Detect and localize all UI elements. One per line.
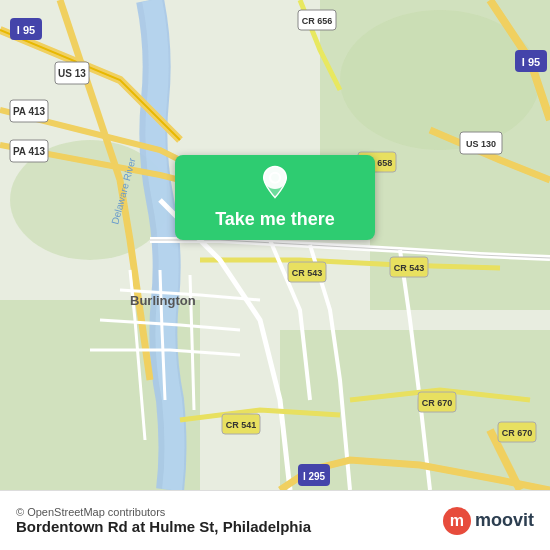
moovit-m-icon: m <box>443 507 471 535</box>
moovit-brand-text: moovit <box>475 510 534 531</box>
svg-text:CR 543: CR 543 <box>292 268 323 278</box>
svg-text:US 13: US 13 <box>58 68 86 79</box>
map-container: I 95 US 13 PA 413 PA 413 CR 656 I 95 US … <box>0 0 550 490</box>
svg-text:CR 541: CR 541 <box>226 420 257 430</box>
map-background: I 95 US 13 PA 413 PA 413 CR 656 I 95 US … <box>0 0 550 490</box>
svg-text:CR 670: CR 670 <box>502 428 533 438</box>
svg-text:PA 413: PA 413 <box>13 146 46 157</box>
moovit-logo: m moovit <box>443 507 534 535</box>
svg-text:PA 413: PA 413 <box>13 106 46 117</box>
svg-text:CR 656: CR 656 <box>302 16 333 26</box>
svg-text:Burlington: Burlington <box>130 293 196 308</box>
svg-text:CR 670: CR 670 <box>422 398 453 408</box>
svg-text:US 130: US 130 <box>466 139 496 149</box>
svg-text:I 295: I 295 <box>303 471 326 482</box>
bottom-bar: © OpenStreetMap contributors Bordentown … <box>0 490 550 550</box>
svg-text:I 95: I 95 <box>17 24 35 36</box>
location-name: Bordentown Rd at Hulme St, Philadelphia <box>16 518 311 535</box>
svg-text:CR 543: CR 543 <box>394 263 425 273</box>
copyright-text: © OpenStreetMap contributors <box>16 506 311 518</box>
svg-rect-2 <box>370 180 550 310</box>
bottom-left-section: © OpenStreetMap contributors Bordentown … <box>16 506 311 535</box>
svg-text:I 95: I 95 <box>522 56 540 68</box>
take-me-there-button[interactable]: Take me there <box>175 155 375 240</box>
take-me-there-label: Take me there <box>215 209 335 230</box>
location-pin-icon <box>258 165 292 199</box>
